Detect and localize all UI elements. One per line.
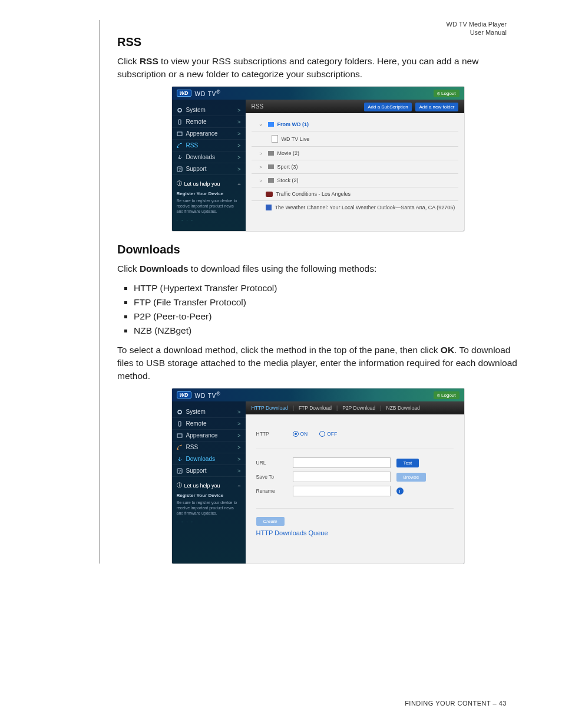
browse-button[interactable]: Browse (396, 473, 427, 482)
rss-list: v From WD (1) WD TV Live > Movie (2) (246, 113, 464, 219)
rss-feed-row[interactable]: WD TV Live (252, 131, 458, 147)
download-icon (177, 456, 183, 462)
download-form: HTTP ON OFF URL Test (246, 414, 464, 564)
text: RSS (186, 142, 199, 149)
folder-icon (268, 151, 274, 156)
rename-label: Rename (256, 488, 287, 494)
downloads-heading: Downloads (117, 243, 518, 256)
text: From WD (1) (277, 121, 309, 127)
text: System (186, 409, 206, 415)
ok-bold: OK (441, 345, 454, 355)
rss-folder-row[interactable]: v From WD (1) (252, 118, 458, 131)
reg-mark: ® (217, 391, 221, 397)
page-header: WD TV Media Player User Manual (447, 20, 507, 37)
chevron-right-icon: > (237, 456, 240, 462)
help-panel: ⓘLet us help you− Register Your Device B… (177, 482, 241, 516)
text: The Weather Channel: Your Local Weather … (275, 205, 455, 210)
logout-button[interactable]: ⎋ Logout (434, 391, 459, 399)
tree-expanded-icon[interactable]: v (260, 122, 265, 127)
svg-point-9 (177, 449, 178, 450)
http-off-radio[interactable]: OFF (319, 431, 337, 437)
gear-icon (177, 409, 183, 415)
text: Support (186, 467, 207, 474)
chevron-right-icon: > (237, 166, 240, 172)
brand-text: WD TV® (195, 391, 221, 399)
http-on-radio[interactable]: ON (293, 431, 308, 437)
list-item: HTTP (Hypertext Transfer Protocol) (134, 281, 518, 295)
list-item: FTP (File Transfer Protocol) (134, 295, 518, 309)
text: Movie (2) (277, 150, 300, 156)
help-title[interactable]: ⓘLet us help you− (177, 482, 241, 489)
register-text: Be sure to register your device to recei… (177, 500, 241, 516)
pager-dots[interactable]: · · · · (172, 214, 246, 226)
sidebar-item-support[interactable]: ?Support> (172, 465, 246, 477)
tab-http-download[interactable]: HTTP Download (252, 405, 288, 411)
downloads-intro: Click Downloads to download files using … (117, 262, 518, 275)
minus-icon: − (237, 483, 240, 489)
sidebar-item-appearance[interactable]: Appearance> (172, 430, 246, 442)
screenshot-rss-admin: WD WD TV® ⎋ Logout System> Remote> Appea… (172, 87, 464, 231)
chevron-right-icon: > (237, 444, 240, 450)
text: ON (300, 431, 308, 437)
rss-folder-row[interactable]: > Sport (3) (252, 160, 458, 174)
tab-nzb-download[interactable]: NZB Download (386, 405, 420, 411)
radio-on-icon (293, 431, 299, 437)
test-button[interactable]: Test (396, 459, 419, 467)
text: WD TV Live (282, 136, 310, 142)
tree-collapsed-icon[interactable]: > (260, 151, 265, 156)
sidebar-item-rss[interactable]: RSS> (172, 140, 246, 151)
chevron-right-icon: > (237, 409, 240, 415)
logout-button[interactable]: ⎋ Logout (434, 90, 459, 97)
text: Remote (186, 420, 207, 427)
saveto-input[interactable] (293, 472, 391, 482)
pager-dots[interactable]: · · · · (172, 516, 246, 528)
rss-folder-row[interactable]: > Stock (2) (252, 174, 458, 187)
chevron-right-icon: > (237, 468, 240, 474)
panel-header: RSS Add a SubScription Add a new folder (246, 100, 464, 113)
sidebar-item-rss[interactable]: RSS> (172, 442, 246, 453)
rss-feed-row[interactable]: The Weather Channel: Your Local Weather … (252, 201, 458, 214)
text: To select a download method, click the m… (117, 345, 441, 355)
sidebar-item-support[interactable]: ?Support> (172, 163, 246, 175)
rename-input[interactable] (293, 486, 391, 496)
tab-ftp-download[interactable]: FTP Download (299, 405, 332, 411)
http-label: HTTP (256, 431, 287, 437)
text: Remote (186, 118, 207, 125)
sidebar-item-downloads[interactable]: Downloads> (172, 453, 246, 465)
http-downloads-queue-heading: HTTP Downloads Queue (256, 529, 454, 547)
tab-p2p-download[interactable]: P2P Download (342, 405, 375, 411)
sidebar-item-remote[interactable]: Remote> (172, 418, 246, 430)
chevron-right-icon: > (237, 107, 240, 113)
download-tabs: HTTP Download | FTP Download | P2P Downl… (246, 401, 464, 414)
chevron-right-icon: > (237, 143, 240, 149)
screenshot-downloads-admin: WD WD TV® ⎋ Logout System> Remote> Appea… (172, 388, 464, 564)
url-input[interactable] (293, 457, 391, 468)
remote-icon (177, 119, 183, 125)
separator: | (293, 405, 294, 411)
rss-feed-row[interactable]: Traffic Conditions - Los Angeles (252, 187, 458, 201)
tree-collapsed-icon[interactable]: > (260, 178, 265, 183)
footer-page-number: 43 (499, 700, 507, 707)
text: WD TV (195, 393, 217, 399)
sidebar-item-system[interactable]: System> (172, 104, 246, 116)
svg-rect-2 (177, 132, 182, 136)
chevron-right-icon: > (237, 131, 240, 137)
sidebar-item-downloads[interactable]: Downloads> (172, 151, 246, 163)
tree-collapsed-icon[interactable]: > (260, 164, 265, 170)
text: System (186, 107, 206, 113)
list-item: NZB (NZBget) (134, 324, 518, 338)
add-folder-button[interactable]: Add a new folder (415, 103, 458, 111)
text: OFF (327, 431, 337, 437)
text: Click (117, 56, 140, 66)
create-button[interactable]: Create (256, 517, 285, 526)
topbar: WD WD TV® ⎋ Logout (172, 87, 464, 100)
text: WD TV (195, 91, 217, 97)
sidebar-item-system[interactable]: System> (172, 406, 246, 418)
rss-folder-row[interactable]: > Movie (2) (252, 147, 458, 160)
file-icon (272, 135, 278, 143)
help-title[interactable]: ⓘLet us help you− (177, 180, 241, 187)
sidebar-item-remote[interactable]: Remote> (172, 116, 246, 128)
add-subscription-button[interactable]: Add a SubScription (364, 103, 412, 111)
info-icon[interactable]: i (396, 487, 404, 495)
sidebar-item-appearance[interactable]: Appearance> (172, 128, 246, 140)
